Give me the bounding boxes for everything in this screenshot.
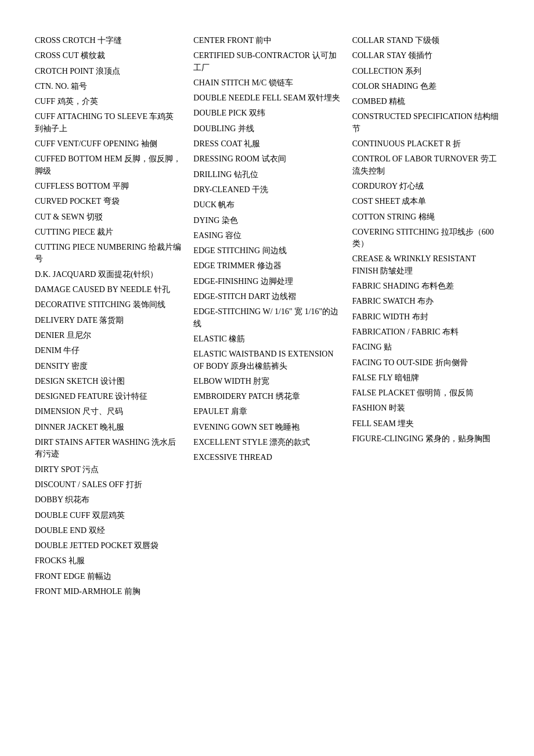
list-item: COTTON STRING 棉绳	[352, 211, 499, 223]
list-item: EDGE-STITCHING W/ 1/16" 宽 1/16"的边线	[193, 306, 340, 330]
list-item: DRILLING 钻孔位	[193, 169, 340, 181]
list-item: CORDUROY 灯心绒	[352, 181, 499, 192]
list-item: DENSITY 密度	[35, 361, 182, 372]
list-item: D.K. JACQUARD 双面提花(针织）	[35, 269, 182, 280]
list-item: COLLAR STAND 下级领	[352, 35, 499, 46]
list-item: DISCOUNT / SALES OFF 打折	[35, 479, 182, 491]
list-item: CROSS CROTCH 十字缝	[35, 35, 182, 46]
list-item: CREASE & WRINKLY RESISTANT FINISH 防皱处理	[352, 253, 499, 277]
list-item: DRY-CLEANED 干洗	[193, 184, 340, 196]
list-item: DRESSING ROOM 试衣间	[193, 153, 340, 165]
list-item: FIGURE-CLINGING 紧身的，贴身胸围	[352, 433, 499, 445]
list-item: DESIGN SKETCH 设计图	[35, 376, 182, 387]
list-item: DIRTY SPOT 污点	[35, 464, 182, 476]
list-item: COLOR SHADING 色差	[352, 81, 499, 92]
list-item: EXCELLENT STYLE 漂亮的款式	[193, 437, 340, 448]
list-item: DINNER JACKET 晚礼服	[35, 422, 182, 433]
list-item: ELASTIC 橡筋	[193, 333, 340, 345]
list-item: DYING 染色	[193, 215, 340, 226]
list-item: CUTTING PIECE 裁片	[35, 226, 182, 238]
list-item: EDGE TRIMMER 修边器	[193, 260, 340, 272]
list-item: DOUBLING 并线	[193, 123, 340, 135]
list-item: EDGE-STITCH DART 边线褶	[193, 291, 340, 303]
list-item: DOUBLE NEEDLE FELL SEAM 双针埋夹	[193, 92, 340, 104]
list-item: CUTTING PIECE NUMBERING 给裁片编号	[35, 242, 182, 265]
list-item: DIRT STAINS AFTER WASHING 洗水后有污迹	[35, 437, 182, 460]
list-item: DOUBLE JETTED POCKET 双唇袋	[35, 540, 182, 552]
list-item: EDGE-FINISHING 边脚处理	[193, 276, 340, 287]
list-item: FELL SEAM 埋夹	[352, 418, 499, 430]
list-item: CURVED POCKET 弯袋	[35, 196, 182, 207]
list-item: DELIVERY DATE 落货期	[35, 315, 182, 326]
list-item: FASHION 时装	[352, 402, 499, 414]
column-2: CENTER FRONT 前中CERTIFIED SUB-CONTRACTOR …	[193, 35, 340, 467]
list-item: COST SHEET 成本单	[352, 196, 499, 207]
list-item: EDGE STITCHING 间边线	[193, 245, 340, 257]
list-item: FABRICATION / FABRIC 布料	[352, 326, 499, 338]
column-1: CROSS CROTCH 十字缝CROSS CUT 横纹裁CROTCH POIN…	[35, 35, 182, 601]
list-item: FACING TO OUT-SIDE 折向侧骨	[352, 357, 499, 369]
list-item: CROTCH POINT 浪顶点	[35, 66, 182, 77]
list-item: CROSS CUT 横纹裁	[35, 50, 182, 62]
list-item: EMBROIDERY PATCH 绣花章	[193, 391, 340, 402]
list-item: DOUBLE END 双经	[35, 525, 182, 537]
list-item: DOUBLE CUFF 双层鸡英	[35, 510, 182, 521]
list-item: EVENING GOWN SET 晚睡袍	[193, 422, 340, 433]
list-item: COMBED 精梳	[352, 96, 499, 107]
list-item: DENIER 旦尼尔	[35, 330, 182, 341]
list-item: EPAULET 肩章	[193, 406, 340, 417]
list-item: COVERING STITCHING 拉卭线步（600类）	[352, 226, 499, 250]
list-item: DUCK 帆布	[193, 199, 340, 211]
list-item: CUFF VENT/CUFF OPENING 袖侧	[35, 138, 182, 150]
list-item: DESIGNED FEATURE 设计特征	[35, 391, 182, 402]
list-item: CHAIN STITCH M/C 锁链车	[193, 77, 340, 89]
list-item: FABRIC SHADING 布料色差	[352, 280, 499, 292]
list-item: FROCKS 礼服	[35, 555, 182, 567]
list-item: CUFF 鸡英，介英	[35, 96, 182, 107]
list-item: CUFFED BOTTOM HEM 反脚，假反脚，脚级	[35, 153, 182, 177]
list-item: FALSE PLACKET 假明筒，假反筒	[352, 387, 499, 399]
list-item: CTN. NO. 箱号	[35, 81, 182, 92]
list-item: FRONT EDGE 前幅边	[35, 571, 182, 582]
list-item: EASING 容位	[193, 230, 340, 242]
list-item: ELBOW WIDTH 肘宽	[193, 376, 340, 387]
list-item: CONSTRUCTED SPECIFICATION 结构细节	[352, 111, 499, 135]
list-item: CUFF ATTACHING TO SLEEVE 车鸡英到袖子上	[35, 111, 182, 135]
list-item: CONTINUOUS PLACKET R 折	[352, 138, 499, 150]
list-item: CUT & SEWN 切驳	[35, 211, 182, 223]
list-item: DRESS COAT 礼服	[193, 138, 340, 150]
list-item: CENTER FRONT 前中	[193, 35, 340, 46]
list-item: DENIM 牛仔	[35, 345, 182, 357]
list-item: DOBBY 织花布	[35, 494, 182, 506]
list-item: CERTIFIED SUB-CONTRACTOR 认可加工厂	[193, 50, 340, 74]
list-item: DAMAGE CAUSED BY NEEDLE 针孔	[35, 284, 182, 296]
column-3: COLLAR STAND 下级领COLLAR STAY 领插竹COLLECTIO…	[352, 35, 499, 448]
list-item: FACING 贴	[352, 341, 499, 353]
main-content: CROSS CROTCH 十字缝CROSS CUT 横纹裁CROTCH POIN…	[35, 35, 499, 601]
list-item: FABRIC WIDTH 布封	[352, 311, 499, 323]
list-item: ELASTIC WAISTBAND IS EXTENSION OF BODY 原…	[193, 348, 340, 372]
list-item: CONTROL OF LABOR TURNOVER 劳工流失控制	[352, 153, 499, 177]
list-item: DIMENSION 尺寸、尺码	[35, 406, 182, 417]
list-item: FABRIC SWATCH 布办	[352, 296, 499, 307]
list-item: DECORATIVE STITCHING 装饰间线	[35, 299, 182, 311]
list-item: EXCESSIVE THREAD	[193, 452, 340, 463]
list-item: COLLECTION 系列	[352, 66, 499, 77]
list-item: FRONT MID-ARMHOLE 前胸	[35, 586, 182, 597]
list-item: DOUBLE PICK 双纬	[193, 107, 340, 119]
list-item: COLLAR STAY 领插竹	[352, 50, 499, 62]
list-item: CUFFLESS BOTTOM 平脚	[35, 181, 182, 192]
list-item: FALSE FLY 暗钮牌	[352, 372, 499, 384]
